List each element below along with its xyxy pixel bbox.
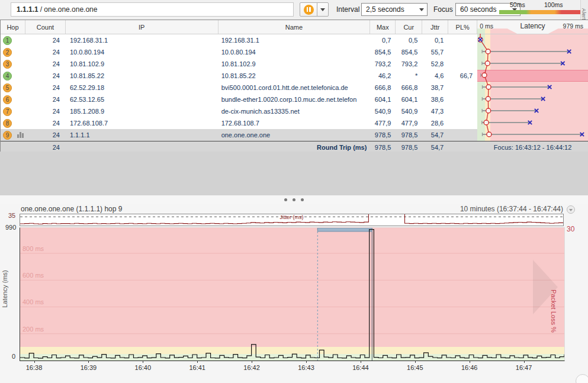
cell-max: 540,9 <box>370 108 396 115</box>
cell-cur: 0,5 <box>396 37 422 44</box>
cell-count: 24 <box>25 108 66 115</box>
cell-cur: * <box>396 72 422 79</box>
table-row[interactable]: 8 24 172.68.108.7 172.68.108.7 477,9 477… <box>1 117 588 129</box>
cell-count: 24 <box>25 131 66 139</box>
legend-gradient-bar <box>499 10 583 14</box>
timeline-range-dropdown[interactable] <box>567 205 575 214</box>
toolbar: 1.1.1.1 / one.one.one.one Interval 2,5 s… <box>0 0 588 20</box>
axis-tick-label: 16:38 <box>26 364 43 371</box>
cell-count: 24 <box>25 49 66 56</box>
cell-cur: 540,9 <box>396 108 422 115</box>
hop-rows: 1 24 192.168.31.1 192.168.31.1 0,7 0,5 0… <box>1 34 588 141</box>
round-trip-label: Round Trip (ms) <box>219 144 371 151</box>
latency-timeline-graph[interactable]: 800 ms600 ms400 ms200 ms <box>20 227 565 361</box>
splitter-dot <box>301 198 304 201</box>
axis-tick-label: 16:43 <box>298 364 314 371</box>
trace-table: Hop Count IP Name Max Cur Jttr PL% 0 ms … <box>0 20 588 153</box>
target-address-box[interactable]: 1.1.1.1 / one.one.one.one <box>11 2 294 17</box>
cell-ip: 1.1.1.1 <box>66 131 219 139</box>
cell-jttr: 38,7 <box>422 84 448 91</box>
interval-label: Interval <box>336 5 359 14</box>
cell-max: 0,7 <box>370 37 396 44</box>
table-row[interactable]: 2 24 10.0.80.194 10.0.80.194 854,5 854,5… <box>1 46 588 58</box>
scroll-hint-icon[interactable] <box>576 374 588 383</box>
hop-number-badge: 4 <box>3 72 12 81</box>
table-row[interactable]: 7 24 185.1.208.9 de-cix-munich.as13335.n… <box>1 105 588 117</box>
header-cur[interactable]: Cur <box>396 20 422 34</box>
cell-ip: 172.68.108.7 <box>66 120 219 127</box>
cell-max: 666,8 <box>370 84 396 91</box>
cell-max: 477,9 <box>370 120 396 127</box>
interval-select[interactable]: 2,5 seconds <box>361 3 428 16</box>
cell-latency-graph <box>477 58 588 70</box>
cell-cur: 978,5 <box>396 131 422 139</box>
cell-latency-graph <box>477 82 588 94</box>
cell-jttr: 47,3 <box>422 108 448 115</box>
header-ip[interactable]: IP <box>66 20 219 34</box>
cell-name: 10.81.85.22 <box>219 72 371 79</box>
axis-tick-label: 16:44 <box>352 364 369 371</box>
cell-jttr: 0,1 <box>422 37 448 44</box>
empty-region <box>0 152 588 195</box>
panel-splitter-handle[interactable] <box>0 195 588 204</box>
pause-button[interactable] <box>300 2 317 17</box>
cell-count: 24 <box>25 120 66 127</box>
svg-text:600 ms: 600 ms <box>23 272 44 279</box>
table-row[interactable]: 5 24 62.52.29.18 bvi500.0001.cord.01.htt… <box>1 82 588 94</box>
interval-value: 2,5 seconds <box>366 5 404 14</box>
splitter-dot <box>293 198 295 201</box>
cell-ip: 62.52.29.18 <box>66 84 219 91</box>
cell-name: bvi500.0001.cord.01.htt.de.net.telefonic… <box>219 84 371 91</box>
graphed-hop-icon <box>17 132 24 138</box>
cell-name: 172.68.108.7 <box>219 120 371 127</box>
header-count[interactable]: Count <box>25 20 66 34</box>
axis-tick <box>143 361 143 363</box>
cell-cur: 854,5 <box>396 49 422 56</box>
table-row[interactable]: 4 24 10.81.85.22 10.81.85.22 46,2 * 4,6 … <box>1 70 588 82</box>
cell-ip: 192.168.31.1 <box>66 37 219 44</box>
cell-count: 24 <box>25 60 66 67</box>
cell-cur: 793,2 <box>396 60 422 67</box>
splitter-dot <box>284 198 287 201</box>
header-max[interactable]: Max <box>370 20 396 34</box>
svg-text:800 ms: 800 ms <box>23 245 44 252</box>
cell-cur: 477,9 <box>396 120 422 127</box>
axis-tick <box>524 361 525 363</box>
hop-number-badge: 1 <box>3 36 12 45</box>
pause-icon <box>304 5 314 15</box>
cell-jttr: 52,8 <box>422 60 448 67</box>
axis-tick-label: 16:46 <box>461 364 478 371</box>
table-row[interactable]: 1 24 192.168.31.1 192.168.31.1 0,7 0,5 0… <box>1 34 588 46</box>
header-latency[interactable]: 0 ms Latency 979 ms <box>477 20 588 34</box>
cell-max: 604,1 <box>370 96 396 103</box>
cell-name: bundle-ether1.0020.corp.10.muc.de.net.te… <box>219 96 371 103</box>
table-row[interactable]: 9 24 1.1.1.1 one.one.one.one 978,5 978,5… <box>1 129 588 141</box>
axis-tick <box>306 361 307 363</box>
hop-number-badge: 2 <box>3 48 12 57</box>
header-pl[interactable]: PL% <box>448 20 477 34</box>
target-hostname: / one.one.one.one <box>40 5 98 14</box>
pause-dropdown-button[interactable] <box>317 2 329 17</box>
cell-count: 24 <box>25 72 66 79</box>
header-jttr[interactable]: Jttr <box>422 20 448 34</box>
cell-count: 24 <box>25 96 66 103</box>
header-name[interactable]: Name <box>219 20 371 34</box>
cell-pl: 66,7 <box>448 72 477 79</box>
time-axis: 16:3816:3916:4016:4116:4216:4316:4416:45… <box>20 361 564 378</box>
hop-number-badge: 5 <box>3 83 12 92</box>
cell-max: 854,5 <box>370 49 396 56</box>
round-trip-max: 978,5 <box>370 144 396 151</box>
packet-loss-band <box>477 70 588 82</box>
chevron-down-icon <box>320 8 325 11</box>
packet-loss-axis-max: 30 <box>567 225 574 233</box>
latency-scale-max: 979 ms <box>563 22 583 30</box>
axis-tick-label: 16:42 <box>243 364 260 371</box>
cell-latency-graph <box>477 129 588 141</box>
cell-count: 24 <box>25 37 66 44</box>
jitter-graph[interactable]: Jitter (ms) <box>20 214 564 226</box>
table-row[interactable]: 6 24 62.53.12.65 bundle-ether1.0020.corp… <box>1 94 588 105</box>
table-row[interactable]: 3 24 10.81.102.9 10.81.102.9 793,2 793,2… <box>1 58 588 70</box>
cell-count: 24 <box>25 84 66 91</box>
axis-tick <box>470 361 470 363</box>
header-hop[interactable]: Hop <box>1 20 25 34</box>
